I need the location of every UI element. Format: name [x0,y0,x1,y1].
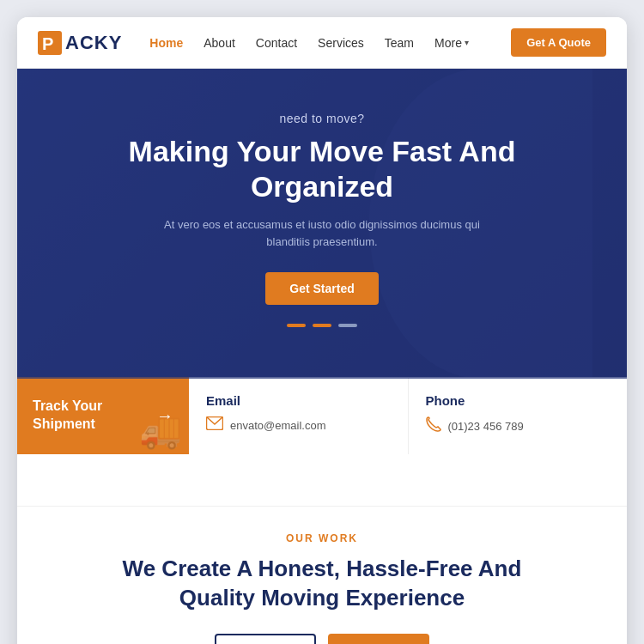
phone-value: (01)23 456 789 [448,420,524,433]
nav-services[interactable]: Services [318,36,364,50]
nav-home[interactable]: Home [149,36,183,50]
email-value: envato@email.com [230,419,325,432]
logo-icon: P [38,31,62,55]
nav-team[interactable]: Team [385,36,414,50]
our-work-tag: OUR WORK [52,532,592,544]
contact-cards: Email envato@email.com Phone [189,377,627,454]
hero-description: At vero eos et accusamus et iusto odio d… [150,216,494,252]
learn-more-button[interactable]: Learn More [215,634,316,644]
our-work-section: OUR WORK We Create A Honest, Hassle-Free… [17,506,627,644]
phone-card-row: (01)23 456 789 [426,416,611,436]
hero-title: Making Your Move Fast And Organized [69,134,575,204]
get-started-work-button[interactable]: Get Started [328,634,429,644]
nav-contact[interactable]: Contact [256,36,297,50]
hero-subtitle: need to move? [69,112,575,125]
dot-2[interactable] [313,324,331,327]
hero-content: need to move? Making Your Move Fast And … [69,112,575,327]
email-card: Email envato@email.com [189,378,409,454]
logo: P ACKY [38,31,122,55]
get-quote-button[interactable]: Get A Quote [511,28,606,57]
track-shipment-label: Track Your Shipment [33,398,149,434]
nav-about[interactable]: About [204,36,235,50]
info-section: Track Your Shipment → 🚚 Email envato@ema… [17,377,627,454]
nav-more[interactable]: More ▾ [434,36,469,50]
phone-card: Phone (01)23 456 789 [409,378,628,454]
work-buttons: Learn More Get Started [52,634,592,644]
our-work-title: We Create A Honest, Hassle-Free And Qual… [116,555,528,613]
email-icon [206,416,223,434]
hero-dots [69,324,575,327]
hero-section: need to move? Making Your Move Fast And … [17,69,627,379]
track-shipment-card[interactable]: Track Your Shipment → 🚚 [17,377,189,454]
chevron-down-icon: ▾ [465,38,469,47]
dot-1[interactable] [287,324,306,327]
phone-icon [426,416,441,436]
navbar: P ACKY Home About Contact Services Team … [17,17,627,69]
truck-icon: 🚚 [139,410,182,451]
phone-card-title: Phone [426,393,611,408]
brand-name: ACKY [65,32,122,54]
browser-frame: P ACKY Home About Contact Services Team … [17,17,627,644]
gap-section [17,454,627,506]
svg-text:P: P [42,34,54,53]
dot-3[interactable] [338,324,357,327]
email-card-title: Email [206,393,391,408]
email-card-row: envato@email.com [206,416,391,434]
get-started-button[interactable]: Get Started [265,272,378,305]
nav-links: Home About Contact Services Team More ▾ [149,36,511,50]
